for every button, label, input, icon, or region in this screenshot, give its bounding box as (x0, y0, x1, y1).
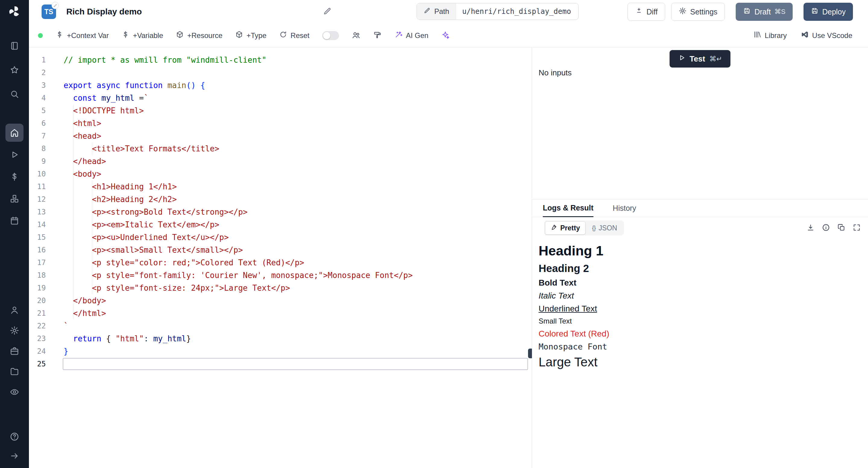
use-vscode-button[interactable]: Use VScode (801, 30, 852, 40)
draft-button[interactable]: Draft ⌘S (736, 3, 793, 21)
toggle-knob (323, 32, 330, 39)
windmill-logo-icon[interactable] (8, 5, 21, 18)
tab-history[interactable]: History (613, 200, 636, 217)
line-number: 18 (29, 269, 46, 282)
code-line-24[interactable]: 24} (29, 345, 532, 358)
dollar-icon (56, 30, 64, 40)
multiplayer-users-button[interactable] (352, 31, 361, 40)
deploy-button[interactable]: Deploy (804, 3, 853, 21)
resources-icon (10, 194, 19, 204)
result-info-button[interactable] (822, 224, 830, 233)
code-line-4[interactable]: 4 const my_html =` (29, 92, 532, 104)
runs-icon (10, 150, 19, 159)
sidebar-item-audit-logs[interactable] (5, 383, 24, 401)
code-line-7[interactable]: 7 <head> (29, 130, 532, 142)
code-line-16[interactable]: 16 <p><small>Small Text</small></p> (29, 244, 532, 256)
edit-summary-button[interactable] (323, 7, 332, 17)
ai-gen-button[interactable]: AI Gen (395, 30, 429, 40)
result-item-h2: Heading 2 (538, 262, 861, 274)
code-line-21[interactable]: 21 </html> (29, 307, 532, 320)
badge-edit-indicator-icon (52, 2, 59, 9)
result-item-h1: Heading 1 (538, 243, 861, 259)
schedules-icon (10, 216, 19, 226)
add-context-var-button[interactable]: +Context Var (56, 30, 109, 40)
sidebar-item-collapse[interactable] (5, 447, 24, 465)
sidebar-item-home[interactable] (5, 124, 24, 142)
library-button[interactable]: Library (753, 30, 786, 40)
path-field[interactable]: Path u/henri/rich_display_demo (416, 3, 579, 20)
paint-roller-icon (373, 31, 382, 40)
no-inputs-text: No inputs (538, 68, 572, 78)
reset-button[interactable]: Reset (279, 30, 310, 40)
code-line-1[interactable]: 1// import * as wmill from "windmill-cli… (29, 54, 532, 66)
code-line-20[interactable]: 20 </body> (29, 294, 532, 307)
sidebar-item-workspace[interactable] (5, 37, 24, 55)
line-number: 10 (29, 168, 46, 180)
library-icon (753, 30, 761, 40)
sidebar-item-runs[interactable] (5, 146, 24, 164)
code-line-19[interactable]: 19 <p style="font-size: 24px;">Large Tex… (29, 282, 532, 294)
mode-pretty-button[interactable]: Pretty (545, 221, 586, 235)
code-text: <title>Text Formats</title> (64, 142, 219, 155)
sidebar-item-schedules[interactable] (5, 212, 24, 230)
code-line-10[interactable]: 10 <body> (29, 168, 532, 180)
sidebar-item-users[interactable] (5, 301, 24, 319)
code-line-6[interactable]: 6 <html> (29, 117, 532, 130)
diff-button[interactable]: Diff (627, 3, 665, 21)
add-type-button[interactable]: +Type (235, 30, 267, 40)
home-icon (10, 128, 19, 138)
cube-icon (235, 30, 243, 40)
result-item-large: Large Text (538, 355, 861, 370)
sidebar-item-search[interactable] (5, 85, 24, 103)
code-line-17[interactable]: 17 <p style="color: red;">Colored Text (… (29, 256, 532, 269)
sidebar-item-favorites[interactable] (5, 61, 24, 79)
code-line-22[interactable]: 22` (29, 320, 532, 332)
copy-result-button[interactable] (837, 224, 845, 233)
sidebar-item-folders[interactable] (5, 362, 24, 381)
vscode-icon (801, 30, 809, 40)
sidebar-item-settings[interactable] (5, 321, 24, 340)
path-value: u/henri/rich_display_demo (456, 3, 578, 20)
toolbar-right-group: Library Use VScode (753, 30, 852, 40)
line-number: 15 (29, 231, 46, 244)
line-number: 11 (29, 180, 46, 193)
multiplayer-toggle[interactable] (322, 31, 339, 40)
code-line-2[interactable]: 2 (29, 66, 532, 79)
line-number: 6 (29, 117, 46, 130)
code-line-5[interactable]: 5 <!DOCTYPE html> (29, 104, 532, 117)
mode-json-button[interactable]: {} JSON (586, 222, 623, 235)
code-line-11[interactable]: 11 <h1>Heading 1</h1> (29, 180, 532, 193)
code-line-18[interactable]: 18 <p style="font-family: 'Courier New',… (29, 269, 532, 282)
sidebar-item-workers[interactable] (5, 342, 24, 360)
settings-button[interactable]: Settings (671, 3, 725, 21)
code-line-25[interactable]: 25 (29, 358, 532, 370)
download-result-button[interactable] (807, 224, 815, 233)
result-view-mode-group: Pretty {} JSON (544, 221, 624, 235)
code-line-9[interactable]: 9 </head> (29, 155, 532, 168)
add-resource-button[interactable]: +Resource (176, 30, 222, 40)
code-line-15[interactable]: 15 <p><u>Underlined Text</u></p> (29, 231, 532, 244)
info-icon (822, 224, 830, 233)
ai-assistant-button[interactable] (441, 31, 450, 40)
sidebar-item-variables[interactable] (5, 168, 24, 186)
expand-result-button[interactable] (852, 224, 861, 233)
result-item-mono: Monospace Font (538, 342, 861, 351)
tab-logs-and-result[interactable]: Logs & Result (543, 200, 593, 217)
code-line-23[interactable]: 23 return { "html": my_html} (29, 332, 532, 345)
sidebar-item-resources[interactable] (5, 190, 24, 208)
format-code-button[interactable] (373, 31, 382, 40)
collapse-icon (10, 451, 19, 461)
code-line-3[interactable]: 3export async function main() { (29, 79, 532, 92)
code-line-14[interactable]: 14 <p><em>Italic Text</em></p> (29, 218, 532, 231)
code-line-8[interactable]: 8 <title>Text Formats</title> (29, 142, 532, 155)
code-editor[interactable]: 1// import * as wmill from "windmill-cli… (29, 48, 532, 468)
windmill-app: TS Rich Display demo Path u/henri/rich_d… (0, 0, 868, 468)
code-line-13[interactable]: 13 <p><strong>Bold Text</strong></p> (29, 206, 532, 218)
sidebar-item-help[interactable] (5, 428, 24, 446)
path-label: Path (417, 3, 456, 20)
code-line-12[interactable]: 12 <h2>Heading 2</h2> (29, 193, 532, 206)
typescript-badge: TS (41, 4, 56, 19)
add-variable-button[interactable]: +Variable (121, 30, 163, 40)
test-button[interactable]: Test ⌘↵ (670, 50, 731, 67)
deployed-status-dot (38, 33, 43, 38)
